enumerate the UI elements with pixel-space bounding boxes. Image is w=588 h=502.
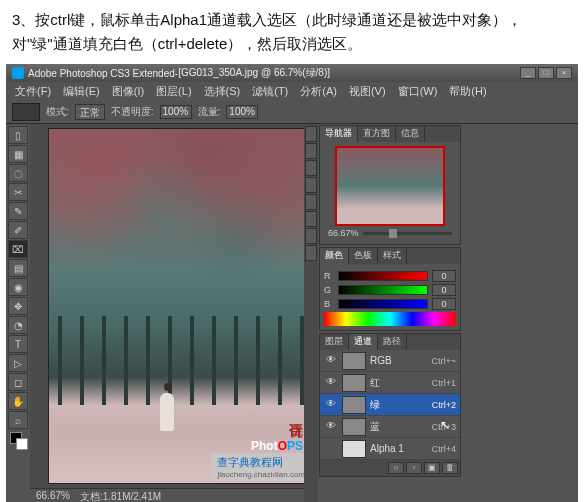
palette-button[interactable] [305, 194, 317, 210]
color-swatch[interactable] [8, 432, 28, 452]
menu-layer[interactable]: 图层(L) [151, 83, 196, 100]
channel-alpha1[interactable]: Alpha 1 Ctrl+4 [320, 438, 460, 460]
visibility-icon[interactable]: 👁 [324, 354, 338, 368]
channel-green[interactable]: 👁 绿 Ctrl+2 [320, 394, 460, 416]
channel-thumb [342, 418, 366, 436]
channel-blue[interactable]: 👁 蓝 Ctrl+3 [320, 416, 460, 438]
window-controls: _ □ × [520, 67, 572, 79]
palette-button[interactable] [305, 177, 317, 193]
history-brush-tool[interactable]: ◉ [8, 278, 28, 296]
palette-button[interactable] [305, 143, 317, 159]
channels-panel: 图层 通道 路径 👁 RGB Ctrl+~ 👁 [319, 333, 461, 477]
mode-select[interactable]: 正常 [75, 104, 105, 120]
marquee-tool[interactable]: ▦ [8, 145, 28, 163]
type-tool[interactable]: T [8, 335, 28, 353]
status-doc: 文档:1.81M/2.41M [80, 490, 161, 502]
palette-button[interactable] [305, 211, 317, 227]
image-figure [160, 383, 176, 433]
save-selection-button[interactable]: ▫ [406, 462, 422, 474]
g-label: G [324, 285, 334, 295]
eraser-tool[interactable]: ✥ [8, 297, 28, 315]
nav-zoom-value[interactable]: 66.67% [328, 228, 359, 238]
options-bar: 模式: 正常 不透明度: 100% 流量: 100% [6, 100, 578, 124]
b-slider[interactable] [338, 299, 428, 309]
channels-footer: ○ ▫ ▣ 🗑 [320, 460, 460, 476]
crop-tool[interactable]: ✂ [8, 183, 28, 201]
healing-tool[interactable]: ✐ [8, 221, 28, 239]
shape-tool[interactable]: ◻ [8, 373, 28, 391]
brush-preset[interactable] [12, 103, 40, 121]
lasso-tool[interactable]: ◌ [8, 164, 28, 182]
channel-thumb [342, 352, 366, 370]
tab-navigator[interactable]: 导航器 [320, 126, 358, 142]
menu-image[interactable]: 图像(I) [107, 83, 149, 100]
menu-view[interactable]: 视图(V) [344, 83, 391, 100]
zoom-slider[interactable] [363, 232, 452, 235]
opacity-label: 不透明度: [111, 105, 154, 119]
tab-styles[interactable]: 样式 [378, 248, 407, 264]
b-value[interactable]: 0 [432, 298, 456, 310]
channel-rgb[interactable]: 👁 RGB Ctrl+~ [320, 350, 460, 372]
tab-histogram[interactable]: 直方图 [358, 126, 396, 142]
delete-channel-button[interactable]: 🗑 [442, 462, 458, 474]
visibility-icon[interactable] [324, 442, 338, 456]
palette-button[interactable] [305, 245, 317, 261]
hand-tool[interactable]: ✋ [8, 392, 28, 410]
color-spectrum[interactable] [324, 312, 456, 326]
brush-tool[interactable]: ⌧ [8, 240, 28, 258]
app-title: Adobe Photoshop CS3 Extended [28, 68, 175, 79]
image-trunks [49, 306, 304, 405]
menu-help[interactable]: 帮助(H) [444, 83, 491, 100]
minimize-button[interactable]: _ [520, 67, 536, 79]
app-icon [12, 67, 24, 79]
channel-thumb [342, 374, 366, 392]
eyedropper-tool[interactable]: ✎ [8, 202, 28, 220]
stamp-tool[interactable]: ▤ [8, 259, 28, 277]
status-zoom[interactable]: 66.67% [36, 490, 70, 502]
new-channel-button[interactable]: ▣ [424, 462, 440, 474]
menu-select[interactable]: 选择(S) [199, 83, 246, 100]
palette-button[interactable] [305, 228, 317, 244]
menu-filter[interactable]: 滤镜(T) [247, 83, 293, 100]
tab-layers[interactable]: 图层 [320, 334, 349, 350]
visibility-icon[interactable]: 👁 [324, 398, 338, 412]
menu-analysis[interactable]: 分析(A) [295, 83, 342, 100]
background-color[interactable] [16, 438, 28, 450]
tab-swatches[interactable]: 色板 [349, 248, 378, 264]
workspace: ▯ ▦ ◌ ✂ ✎ ✐ ⌧ ▤ ◉ ✥ ◔ T ▷ ◻ ✋ ⌕ [6, 124, 578, 502]
move-tool[interactable]: ▯ [8, 126, 28, 144]
watermark-logo: PhotOPS [251, 439, 303, 453]
g-value[interactable]: 0 [432, 284, 456, 296]
menu-window[interactable]: 窗口(W) [393, 83, 443, 100]
opacity-input[interactable]: 100% [160, 105, 192, 119]
canvas-area[interactable]: 百诗优 PhotOPS 查字典教程网 jiaocheng.chazidian.c… [30, 124, 304, 502]
visibility-icon[interactable]: 👁 [324, 420, 338, 434]
gradient-tool[interactable]: ◔ [8, 316, 28, 334]
photoshop-window: Adobe Photoshop CS3 Extended - [GG013_35… [6, 64, 578, 502]
flow-input[interactable]: 100% [226, 105, 258, 119]
tab-color[interactable]: 颜色 [320, 248, 349, 264]
visibility-icon[interactable]: 👁 [324, 376, 338, 390]
palette-button[interactable] [305, 126, 317, 142]
channel-red[interactable]: 👁 红 Ctrl+1 [320, 372, 460, 394]
tab-info[interactable]: 信息 [396, 126, 425, 142]
zoom-tool[interactable]: ⌕ [8, 411, 28, 429]
r-value[interactable]: 0 [432, 270, 456, 282]
navigator-thumbnail[interactable] [335, 146, 445, 226]
close-button[interactable]: × [556, 67, 572, 79]
maximize-button[interactable]: □ [538, 67, 554, 79]
load-selection-button[interactable]: ○ [388, 462, 404, 474]
tab-paths[interactable]: 路径 [378, 334, 407, 350]
g-slider[interactable] [338, 285, 428, 295]
palette-button[interactable] [305, 160, 317, 176]
color-panel: 颜色 色板 样式 R 0 G 0 [319, 247, 461, 331]
pen-tool[interactable]: ▷ [8, 354, 28, 372]
menu-edit[interactable]: 编辑(E) [58, 83, 105, 100]
menu-file[interactable]: 文件(F) [10, 83, 56, 100]
r-slider[interactable] [338, 271, 428, 281]
right-panels: 导航器 直方图 信息 66.67% 颜色 [304, 124, 578, 502]
document-canvas[interactable]: 百诗优 PhotOPS 查字典教程网 jiaocheng.chazidian.c… [48, 128, 304, 484]
tab-channels[interactable]: 通道 [349, 334, 378, 350]
flow-label: 流量: [198, 105, 221, 119]
r-label: R [324, 271, 334, 281]
